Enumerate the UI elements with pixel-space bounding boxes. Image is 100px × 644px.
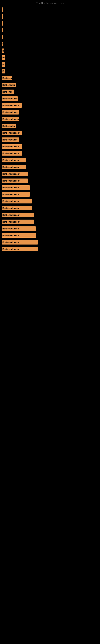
bar-label-13: Bottlenec bbox=[2, 90, 12, 93]
bar-12: Bottleneck r bbox=[1, 83, 16, 87]
bar-row-17: Bottleneck resu bbox=[1, 116, 100, 122]
bar-label-21: Bottleneck result bbox=[2, 145, 20, 148]
bar-row-13: Bottlenec bbox=[1, 89, 100, 94]
bar-16: Bottleneck res bbox=[1, 110, 19, 114]
bar-row-1 bbox=[1, 7, 100, 12]
bar-label-27: Bottleneck result bbox=[2, 186, 20, 189]
bar-label-15: Bottleneck result bbox=[2, 104, 20, 107]
bar-label-12: Bottleneck r bbox=[2, 84, 15, 86]
bar-label-18: Bottleneck r bbox=[2, 125, 15, 127]
bar-label-10: Bo bbox=[2, 70, 5, 72]
bar-row-5 bbox=[1, 34, 100, 40]
bar-row-15: Bottleneck result bbox=[1, 103, 100, 108]
bar-row-23: Bottleneck result bbox=[1, 158, 100, 163]
bar-row-11: Bottlenec bbox=[1, 75, 100, 81]
bar-row-35: Bottleneck result bbox=[1, 240, 100, 245]
bar-row-33: Bottleneck result bbox=[1, 226, 100, 232]
bar-28: Bottleneck result bbox=[1, 192, 30, 196]
bar-label-8: Bo bbox=[2, 56, 5, 59]
bar-26: Bottleneck result bbox=[1, 178, 28, 183]
bar-15: Bottleneck result bbox=[1, 103, 22, 108]
bar-label-9: Bo bbox=[2, 63, 5, 66]
bar-label-34: Bottleneck result bbox=[2, 234, 20, 237]
bar-row-16: Bottleneck res bbox=[1, 110, 100, 115]
bar-5 bbox=[1, 35, 3, 39]
bar-31: Bottleneck result bbox=[1, 213, 34, 217]
bar-29: Bottleneck result bbox=[1, 199, 32, 204]
bar-20: Bottleneck res bbox=[1, 138, 19, 142]
bar-row-3 bbox=[1, 20, 100, 26]
bar-row-20: Bottleneck res bbox=[1, 137, 100, 142]
bar-row-36: Bottleneck result bbox=[1, 246, 100, 252]
bar-label-31: Bottleneck result bbox=[2, 214, 20, 216]
bar-row-32: Bottleneck result bbox=[1, 219, 100, 224]
bar-14: Bottleneck res bbox=[1, 96, 18, 101]
bar-2 bbox=[1, 14, 3, 19]
bar-row-22: Bottleneck result bbox=[1, 150, 100, 156]
bar-row-19: Bottleneck result bbox=[1, 130, 100, 136]
bar-row-12: Bottleneck r bbox=[1, 82, 100, 88]
bar-3 bbox=[1, 21, 3, 26]
bar-label-24: Bottleneck result bbox=[2, 166, 20, 168]
bar-19: Bottleneck result bbox=[1, 130, 22, 135]
bar-22: Bottleneck result bbox=[1, 151, 22, 156]
bar-row-2 bbox=[1, 14, 100, 19]
bar-label-35: Bottleneck result bbox=[2, 241, 20, 244]
bar-label-26: Bottleneck result bbox=[2, 180, 20, 182]
bar-label-23: Bottleneck result bbox=[2, 159, 20, 162]
bar-25: Bottleneck result bbox=[1, 172, 28, 176]
bar-36: Bottleneck result bbox=[1, 247, 38, 251]
bar-4 bbox=[1, 28, 3, 32]
bar-label-17: Bottleneck resu bbox=[2, 118, 19, 120]
bar-10: Bo bbox=[1, 69, 5, 74]
bar-row-10: Bo bbox=[1, 68, 100, 74]
bar-row-26: Bottleneck result bbox=[1, 178, 100, 184]
bar-row-9: Bo bbox=[1, 62, 100, 67]
bar-label-25: Bottleneck result bbox=[2, 173, 20, 175]
bar-row-28: Bottleneck result bbox=[1, 192, 100, 197]
bar-label-33: Bottleneck result bbox=[2, 228, 20, 230]
bar-label-14: Bottleneck res bbox=[2, 98, 18, 100]
bar-label-32: Bottleneck result bbox=[2, 220, 20, 223]
bar-33: Bottleneck result bbox=[1, 226, 36, 231]
bar-8: Bo bbox=[1, 55, 5, 60]
bar-label-19: Bottleneck result bbox=[2, 132, 20, 134]
bar-row-8: Bo bbox=[1, 55, 100, 60]
bar-23: Bottleneck result bbox=[1, 158, 26, 162]
bar-32: Bottleneck result bbox=[1, 220, 34, 224]
bar-17: Bottleneck resu bbox=[1, 117, 19, 121]
bar-row-29: Bottleneck result bbox=[1, 198, 100, 204]
bar-label-7: B bbox=[2, 50, 4, 52]
bar-label-6: 6 bbox=[2, 43, 3, 45]
bar-row-4 bbox=[1, 27, 100, 33]
bar-18: Bottleneck r bbox=[1, 124, 16, 128]
bar-7: B bbox=[1, 48, 4, 53]
bar-label-22: Bottleneck result bbox=[2, 152, 20, 154]
bar-row-34: Bottleneck result bbox=[1, 233, 100, 238]
bar-27: Bottleneck result bbox=[1, 185, 30, 190]
bar-label-28: Bottleneck result bbox=[2, 193, 20, 196]
bar-row-7: B bbox=[1, 48, 100, 54]
bar-row-25: Bottleneck result bbox=[1, 171, 100, 177]
bar-21: Bottleneck result bbox=[1, 144, 22, 149]
bar-label-30: Bottleneck result bbox=[2, 207, 20, 209]
bar-row-18: Bottleneck r bbox=[1, 123, 100, 129]
bar-row-31: Bottleneck result bbox=[1, 212, 100, 218]
bar-label-16: Bottleneck res bbox=[2, 111, 18, 114]
bar-34: Bottleneck result bbox=[1, 233, 36, 238]
bar-30: Bottleneck result bbox=[1, 206, 32, 210]
site-title: TheBottlenecker.com bbox=[0, 0, 100, 6]
bar-11: Bottlenec bbox=[1, 76, 12, 80]
bar-24: Bottleneck result bbox=[1, 165, 26, 169]
bars-container: 6BBoBoBoBottlenecBottleneck rBottlenecBo… bbox=[0, 7, 100, 252]
bar-9: Bo bbox=[1, 62, 5, 66]
bar-35: Bottleneck result bbox=[1, 240, 38, 244]
bar-13: Bottlenec bbox=[1, 90, 14, 94]
bar-label-36: Bottleneck result bbox=[2, 248, 20, 250]
bar-row-30: Bottleneck result bbox=[1, 205, 100, 211]
bar-row-6: 6 bbox=[1, 41, 100, 47]
bar-row-27: Bottleneck result bbox=[1, 185, 100, 190]
bar-1 bbox=[1, 8, 3, 12]
bar-label-29: Bottleneck result bbox=[2, 200, 20, 202]
bar-row-24: Bottleneck result bbox=[1, 164, 100, 170]
